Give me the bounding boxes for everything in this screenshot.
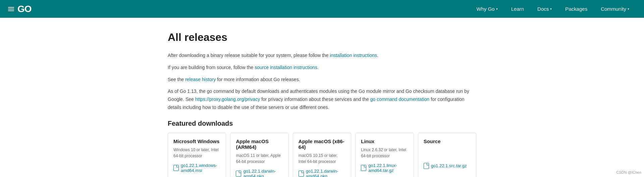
proxy-privacy-link[interactable]: https://proxy.golang.org/privacy bbox=[195, 97, 260, 102]
caret-icon-community: ▾ bbox=[628, 7, 629, 11]
main-nav: GO Why Go▾LearnDocs▾PackagesCommunity▾ bbox=[0, 0, 644, 18]
release-history-link[interactable]: release history bbox=[185, 77, 216, 82]
intro-paragraph-2: If you are building from source, follow … bbox=[168, 64, 476, 72]
caret-icon-why-go: ▾ bbox=[496, 7, 498, 11]
filename-macos-arm: go1.22.1.darwin-arm64.pkg bbox=[243, 169, 283, 177]
nav-label-docs: Docs bbox=[537, 6, 549, 12]
card-desc-macos-arm: macOS 11 or later, Apple 64-bit processo… bbox=[236, 153, 283, 165]
intro-paragraph-3: See the release history for more informa… bbox=[168, 76, 476, 84]
intro-paragraph-4: As of Go 1.13, the go command by default… bbox=[168, 87, 476, 111]
caret-icon-docs: ▾ bbox=[550, 7, 552, 11]
filename-macos-x86: go1.22.1.darwin-amd64.pkg bbox=[306, 169, 345, 177]
card-title-source: Source bbox=[424, 138, 471, 144]
installation-instructions-link[interactable]: installation instructions bbox=[330, 53, 377, 58]
watermark: CSDN @IChen bbox=[616, 170, 641, 174]
file-icon-windows bbox=[173, 165, 179, 171]
download-card-source: Source go1.22.1.src.tar.gz bbox=[418, 133, 476, 177]
go-logo[interactable]: GO bbox=[8, 4, 32, 14]
card-desc-linux: Linux 2.6.32 or later, Intel 64-bit proc… bbox=[361, 147, 408, 159]
download-card-macos-arm: Apple macOS (ARM64) macOS 11 or later, A… bbox=[230, 133, 288, 177]
nav-link-docs[interactable]: Docs▾ bbox=[531, 0, 558, 18]
nav-link-packages[interactable]: Packages bbox=[558, 0, 594, 18]
file-link-windows[interactable]: go1.22.1.windows-amd64.msi bbox=[173, 163, 220, 173]
filename-source: go1.22.1.src.tar.gz bbox=[431, 163, 467, 168]
nav-links: Why Go▾LearnDocs▾PackagesCommunity▾ bbox=[470, 0, 636, 18]
card-desc-source bbox=[424, 147, 471, 159]
nav-label-community: Community bbox=[601, 6, 626, 12]
page-title: All releases bbox=[168, 31, 476, 44]
featured-downloads-title: Featured downloads bbox=[168, 120, 476, 127]
nav-link-community[interactable]: Community▾ bbox=[594, 0, 636, 18]
filename-windows: go1.22.1.windows-amd64.msi bbox=[181, 163, 220, 173]
main-content: All releases After downloading a binary … bbox=[161, 18, 483, 177]
card-desc-windows: Windows 10 or later, Intel 64-bit proces… bbox=[173, 147, 220, 159]
nav-label-why-go: Why Go bbox=[477, 6, 495, 12]
download-card-linux: Linux Linux 2.6.32 or later, Intel 64-bi… bbox=[355, 133, 414, 177]
nav-label-learn: Learn bbox=[511, 6, 524, 12]
file-icon-source bbox=[424, 163, 429, 169]
card-desc-macos-x86: macOS 10.15 or later, Intel 64-bit proce… bbox=[299, 153, 345, 165]
file-icon-macos-x86 bbox=[299, 171, 304, 177]
card-title-macos-arm: Apple macOS (ARM64) bbox=[236, 138, 283, 150]
logo-text: GO bbox=[17, 4, 32, 14]
card-title-windows: Microsoft Windows bbox=[173, 138, 220, 144]
file-link-macos-x86[interactable]: go1.22.1.darwin-amd64.pkg bbox=[299, 169, 345, 177]
file-link-linux[interactable]: go1.22.1.linux-amd64.tar.gz bbox=[361, 163, 408, 173]
hamburger-icon bbox=[8, 7, 14, 11]
file-link-source[interactable]: go1.22.1.src.tar.gz bbox=[424, 163, 471, 169]
card-title-linux: Linux bbox=[361, 138, 408, 144]
go-command-doc-link[interactable]: go command documentation bbox=[370, 97, 430, 102]
nav-link-learn[interactable]: Learn bbox=[504, 0, 531, 18]
nav-label-packages: Packages bbox=[565, 6, 587, 12]
filename-linux: go1.22.1.linux-amd64.tar.gz bbox=[368, 163, 408, 173]
intro-paragraph-1: After downloading a binary release suita… bbox=[168, 52, 476, 60]
source-installation-link[interactable]: source installation instructions bbox=[255, 65, 317, 70]
download-card-windows: Microsoft Windows Windows 10 or later, I… bbox=[168, 133, 226, 177]
file-link-macos-arm[interactable]: go1.22.1.darwin-arm64.pkg bbox=[236, 169, 283, 177]
download-card-macos-x86: Apple macOS (x86-64) macOS 10.15 or late… bbox=[293, 133, 351, 177]
card-title-macos-x86: Apple macOS (x86-64) bbox=[299, 138, 345, 150]
download-cards: Microsoft Windows Windows 10 or later, I… bbox=[168, 133, 476, 177]
nav-link-why-go[interactable]: Why Go▾ bbox=[470, 0, 504, 18]
file-icon-linux bbox=[361, 165, 366, 171]
file-icon-macos-arm bbox=[236, 171, 241, 177]
